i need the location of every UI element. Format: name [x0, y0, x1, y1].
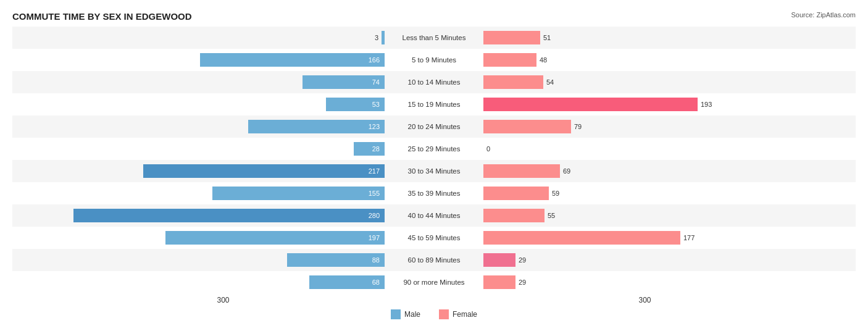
legend: Male Female — [12, 309, 856, 319]
left-bar-wrap: 217 — [20, 164, 385, 178]
male-bar: 53 — [326, 98, 385, 111]
legend-male: Male — [391, 309, 420, 319]
male-value: 166 — [369, 56, 382, 64]
female-bar — [483, 75, 543, 89]
right-bar-wrap: 55 — [483, 209, 848, 222]
left-section: 53 — [12, 93, 385, 115]
female-value: 59 — [552, 190, 570, 197]
row-label: 15 to 19 Minutes — [385, 101, 483, 108]
right-section: 0 — [483, 138, 856, 160]
female-value: 79 — [574, 123, 593, 130]
right-bar-wrap: 29 — [483, 275, 848, 289]
right-bar-wrap: 54 — [483, 75, 848, 89]
right-section: 29 — [483, 249, 856, 271]
row-label: 40 to 44 Minutes — [385, 212, 483, 219]
male-value: 217 — [369, 167, 382, 175]
female-value: 69 — [563, 167, 582, 175]
rows-area: 3Less than 5 Minutes511665 to 9 Minutes4… — [12, 27, 856, 293]
left-bar-wrap: 3 — [20, 31, 385, 44]
male-value: 155 — [369, 190, 382, 197]
left-bar-wrap: 28 — [20, 142, 385, 156]
female-bar — [483, 209, 545, 222]
left-bar-wrap: 74 — [20, 75, 385, 89]
table-row: 7410 to 14 Minutes54 — [12, 71, 856, 93]
chart-container: COMMUTE TIME BY SEX IN EDGEWOOD Source: … — [0, 0, 868, 323]
male-bar: 68 — [309, 275, 385, 289]
female-bar — [483, 31, 540, 44]
female-value: 29 — [519, 256, 537, 264]
right-bar-wrap: 0 — [483, 142, 848, 156]
right-bar-wrap: 177 — [483, 231, 848, 245]
female-value: 0 — [486, 145, 505, 153]
row-label: 35 to 39 Minutes — [385, 190, 483, 197]
male-bar: 217 — [143, 164, 385, 178]
left-section: 74 — [12, 71, 385, 93]
male-legend-box — [391, 309, 401, 319]
male-bar: 123 — [248, 120, 385, 133]
male-bar: 74 — [303, 75, 385, 89]
right-section: 29 — [483, 271, 856, 293]
left-bar-wrap: 123 — [20, 120, 385, 133]
left-bar-wrap: 155 — [20, 187, 385, 200]
male-value: 53 — [372, 101, 382, 108]
right-bar-wrap: 29 — [483, 253, 848, 267]
female-value: 29 — [519, 279, 537, 286]
table-row: 28040 to 44 Minutes55 — [12, 204, 856, 227]
left-section: 3 — [12, 27, 385, 49]
left-section: 166 — [12, 49, 385, 71]
right-section: 55 — [483, 204, 856, 227]
left-section: 68 — [12, 271, 385, 293]
row-label: 10 to 14 Minutes — [385, 78, 483, 86]
female-bar — [483, 98, 698, 111]
left-bar-wrap: 166 — [20, 53, 385, 67]
left-bar-wrap: 68 — [20, 275, 385, 289]
female-value: 177 — [683, 234, 702, 241]
table-row: 19745 to 59 Minutes177 — [12, 227, 856, 249]
left-section: 155 — [12, 182, 385, 204]
table-row: 5315 to 19 Minutes193 — [12, 93, 856, 115]
row-label: 90 or more Minutes — [385, 279, 483, 286]
right-section: 177 — [483, 227, 856, 249]
female-bar — [483, 120, 571, 133]
axis-left-label: 300 — [12, 296, 434, 304]
axis-labels: 300 300 — [12, 293, 856, 308]
left-bar-wrap: 280 — [20, 209, 385, 222]
female-bar — [483, 164, 560, 178]
male-bar: 280 — [73, 209, 385, 222]
right-section: 79 — [483, 115, 856, 138]
male-value: 197 — [369, 234, 382, 241]
female-legend-label: Female — [453, 310, 477, 319]
left-section: 123 — [12, 115, 385, 138]
male-bar: 88 — [287, 253, 385, 267]
male-value: 123 — [369, 123, 382, 130]
table-row: 2825 to 29 Minutes0 — [12, 138, 856, 160]
left-bar-wrap: 197 — [20, 231, 385, 245]
female-bar — [483, 53, 536, 67]
table-row: 6890 or more Minutes29 — [12, 271, 856, 293]
male-value: 88 — [372, 256, 382, 264]
right-bar-wrap: 79 — [483, 120, 848, 133]
male-value: 28 — [372, 145, 382, 153]
female-bar — [483, 253, 515, 267]
male-value: 3 — [360, 34, 378, 41]
row-label: 25 to 29 Minutes — [385, 145, 483, 153]
row-label: 60 to 89 Minutes — [385, 256, 483, 264]
right-bar-wrap: 193 — [483, 98, 848, 111]
female-legend-box — [439, 309, 449, 319]
left-section: 197 — [12, 227, 385, 249]
male-value: 68 — [372, 279, 382, 286]
right-section: 51 — [483, 27, 856, 49]
male-value: 280 — [369, 212, 382, 219]
table-row: 15535 to 39 Minutes59 — [12, 182, 856, 204]
left-bar-wrap: 88 — [20, 253, 385, 267]
row-label: 5 to 9 Minutes — [385, 56, 483, 64]
female-value: 55 — [548, 212, 566, 219]
row-label: 20 to 24 Minutes — [385, 123, 483, 130]
male-legend-label: Male — [404, 310, 420, 319]
left-bar-wrap: 53 — [20, 98, 385, 111]
male-bar: 28 — [354, 142, 385, 156]
right-bar-wrap: 51 — [483, 31, 848, 44]
left-section: 88 — [12, 249, 385, 271]
right-section: 48 — [483, 49, 856, 71]
female-value: 51 — [543, 34, 562, 41]
